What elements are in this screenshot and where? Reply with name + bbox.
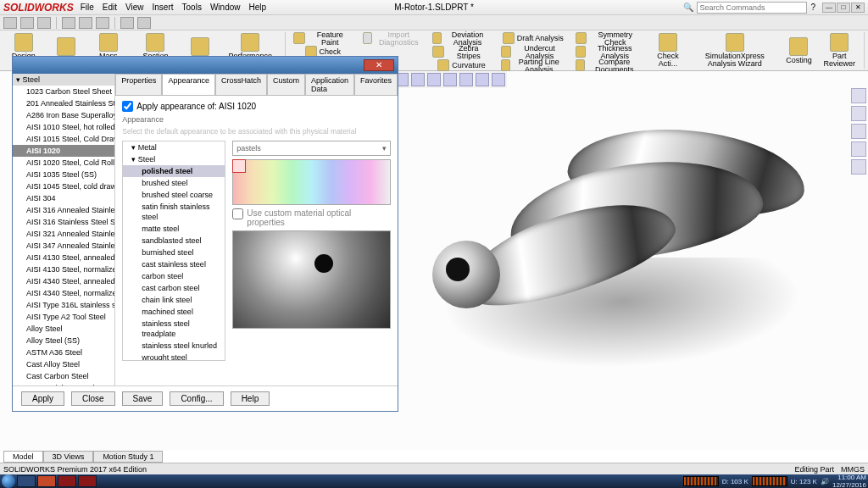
- appearance-item[interactable]: stainless steel treadplate: [123, 318, 225, 340]
- material-item[interactable]: Cast Stainless Steel: [13, 382, 114, 385]
- appearance-item[interactable]: brushed steel: [123, 177, 225, 189]
- appearance-cat-metal[interactable]: ▾ Metal: [123, 141, 225, 153]
- material-item[interactable]: 1023 Carbon Steel Sheet (SS): [13, 86, 114, 97]
- appearance-icon[interactable]: [459, 73, 473, 86]
- appearance-cat-steel[interactable]: ▾ Steel: [123, 153, 225, 165]
- appearance-item[interactable]: cast stainless steel: [123, 258, 225, 270]
- config-button[interactable]: Config...: [170, 391, 223, 406]
- status-units[interactable]: MMGS: [841, 465, 865, 474]
- dialog-tab-appearance[interactable]: Appearance: [162, 74, 215, 95]
- compare-documents-button[interactable]: Compare Documents: [573, 59, 644, 72]
- material-item[interactable]: AISI Type A2 Tool Steel: [13, 311, 114, 323]
- options-icon[interactable]: [120, 17, 134, 29]
- material-item[interactable]: AISI 321 Annealed Stainless Steel (SS): [13, 228, 114, 240]
- dialog-close-button[interactable]: ✕: [364, 59, 394, 71]
- appearances-panel-icon[interactable]: [851, 106, 866, 121]
- material-item[interactable]: AISI 1045 Steel, cold drawn: [13, 180, 114, 192]
- rebuild-icon[interactable]: [137, 17, 151, 29]
- simulationxpress-button[interactable]: SimulationXpress Analysis Wizard: [692, 32, 777, 69]
- curvature-button[interactable]: Curvature: [430, 59, 492, 72]
- material-item[interactable]: Alloy Steel (SS): [13, 335, 114, 347]
- appearance-item[interactable]: polished steel: [123, 165, 225, 177]
- appearance-item[interactable]: chain link steel: [123, 294, 225, 306]
- scene-icon[interactable]: [443, 73, 457, 86]
- expand-panel-icon[interactable]: [851, 88, 866, 103]
- material-item[interactable]: AISI 316 Stainless Steel Sheet (SS): [13, 216, 114, 228]
- solidworks-taskbar-icon[interactable]: [58, 475, 76, 487]
- tray-sound-icon[interactable]: 🔊: [821, 478, 829, 485]
- material-item[interactable]: AISI 316 Annealed Stainless Steel Bar (S…: [13, 204, 114, 216]
- help-icon[interactable]: ?: [810, 3, 815, 12]
- apply-appearance-checkbox[interactable]: Apply appearance of: AISI 1020: [122, 101, 391, 112]
- symmetry-check-button[interactable]: Symmetry Check: [573, 32, 644, 45]
- material-item[interactable]: AISI 1020 Steel, Cold Rolled: [13, 157, 114, 169]
- use-custom-checkbox[interactable]: Use custom material optical properties: [232, 208, 391, 227]
- start-button[interactable]: [2, 474, 15, 488]
- display-style-icon[interactable]: [411, 73, 425, 86]
- dialog-tab-favorites[interactable]: Favorites: [354, 74, 398, 95]
- material-item[interactable]: Alloy Steel: [13, 323, 114, 335]
- disk-graph-d[interactable]: [683, 476, 719, 486]
- material-item[interactable]: AISI 347 Annealed Stainless Steel (SS): [13, 240, 114, 252]
- search-commands-input[interactable]: [697, 2, 807, 14]
- material-tree[interactable]: ▾ Steel1023 Carbon Steel Sheet (SS)201 A…: [13, 74, 115, 385]
- print-icon[interactable]: [62, 17, 75, 29]
- scenes-panel-icon[interactable]: [851, 141, 866, 157]
- new-icon[interactable]: [3, 17, 17, 29]
- view-settings-icon[interactable]: [492, 73, 505, 86]
- zebra-stripes-button[interactable]: Zebra Stripes: [430, 46, 492, 58]
- open-icon[interactable]: [20, 17, 34, 29]
- redo-icon[interactable]: [96, 17, 109, 29]
- save-icon[interactable]: [37, 17, 51, 29]
- custom-props-icon[interactable]: [851, 159, 866, 175]
- material-item[interactable]: AISI 304: [13, 192, 114, 204]
- dialog-tab-application-data[interactable]: Application Data: [305, 74, 354, 95]
- material-item[interactable]: AISI 4130 Steel, normalized at 870C: [13, 263, 114, 275]
- draft-analysis-button[interactable]: Draft Analysis: [498, 32, 568, 45]
- palette-combo[interactable]: pastels▾: [232, 141, 391, 156]
- color-palette[interactable]: [232, 159, 391, 205]
- menu-tools[interactable]: Tools: [182, 3, 202, 12]
- appearance-tree[interactable]: ▾ Metal ▾ Steelpolished steelbrushed ste…: [122, 141, 225, 361]
- material-item[interactable]: A286 Iron Base Superalloy: [13, 109, 114, 121]
- menu-insert[interactable]: Insert: [153, 3, 174, 12]
- dialog-tab-properties[interactable]: Properties: [115, 74, 162, 95]
- dialog-tab-custom[interactable]: Custom: [267, 74, 305, 95]
- menu-window[interactable]: Window: [210, 3, 241, 12]
- explorer-taskbar-icon[interactable]: [17, 475, 36, 487]
- bottom-tab-3d-views[interactable]: 3D Views: [43, 451, 94, 463]
- material-item[interactable]: ASTM A36 Steel: [13, 347, 114, 358]
- appearance-item[interactable]: wrought steel: [123, 352, 225, 361]
- material-item[interactable]: AISI 4130 Steel, annealed at 865C: [13, 252, 114, 263]
- appearance-item[interactable]: matte steel: [123, 223, 225, 235]
- thickness-analysis-button[interactable]: Thickness Analysis: [573, 46, 644, 58]
- costing-button[interactable]: Costing: [781, 32, 816, 69]
- apply-appearance-input[interactable]: [122, 101, 133, 112]
- decals-panel-icon[interactable]: [851, 124, 866, 139]
- menu-view[interactable]: View: [125, 3, 144, 12]
- material-item[interactable]: AISI 1020: [13, 145, 114, 157]
- minimize-button[interactable]: —: [822, 3, 836, 13]
- bottom-tab-motion-study-1[interactable]: Motion Study 1: [93, 451, 163, 463]
- appearance-item[interactable]: brushed steel coarse: [123, 189, 225, 201]
- powerpoint-taskbar-icon[interactable]: [37, 475, 56, 487]
- disk-graph-u[interactable]: [752, 476, 787, 486]
- apply-button[interactable]: Apply: [21, 391, 64, 406]
- appearance-item[interactable]: machined steel: [123, 306, 225, 318]
- material-item[interactable]: 201 Annealed Stainless Steel (SS): [13, 97, 114, 109]
- appearance-item[interactable]: satin finish stainless steel: [123, 201, 225, 223]
- appearance-item[interactable]: carbon steel: [123, 270, 225, 282]
- menu-help[interactable]: Help: [248, 3, 266, 12]
- close-button[interactable]: ✕: [851, 3, 865, 13]
- deviation-analysis-button[interactable]: Deviation Analysis: [430, 32, 492, 45]
- use-custom-input[interactable]: [232, 208, 243, 219]
- material-item[interactable]: AISI 1035 Steel (SS): [13, 169, 114, 180]
- appearance-item[interactable]: stainless steel knurled: [123, 340, 225, 352]
- undercut-analysis-button[interactable]: Undercut Analysis: [498, 46, 568, 58]
- material-item[interactable]: Cast Carbon Steel: [13, 370, 114, 382]
- save-button[interactable]: Save: [122, 391, 164, 406]
- close-button-dlg[interactable]: Close: [71, 391, 115, 406]
- appearance-item[interactable]: burnished steel: [123, 247, 225, 258]
- appearance-item[interactable]: cast carbon steel: [123, 282, 225, 294]
- material-item[interactable]: AISI 4340 Steel, normalized: [13, 287, 114, 299]
